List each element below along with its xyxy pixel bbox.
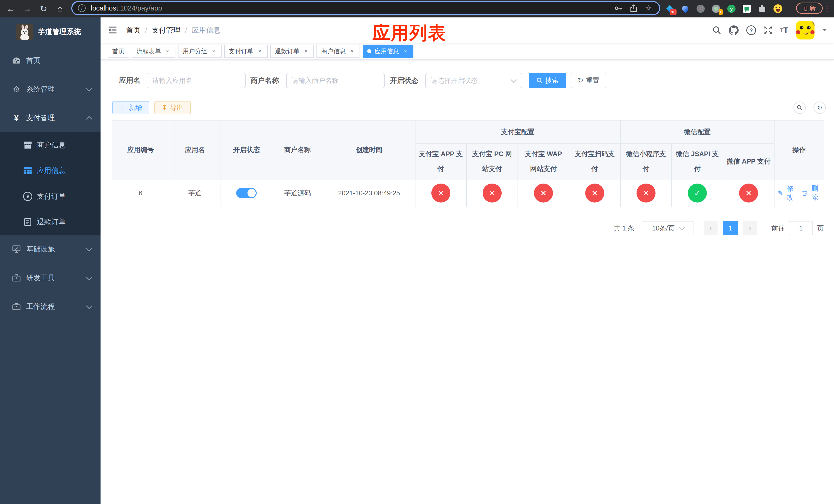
browser-forward-icon[interactable] [21,0,34,18]
share-icon[interactable] [630,4,637,12]
close-icon[interactable] [303,48,309,54]
avatar-caret-icon[interactable] [822,29,827,33]
sidebar-item-refund-order[interactable]: 退款订单 [0,209,101,235]
sidebar-item-label: 首页 [26,55,91,65]
page-size-select[interactable]: 10条/页 [643,221,694,235]
trash-icon [802,190,807,197]
extension-chat-icon[interactable] [743,5,751,13]
browser-menu-icon[interactable] [824,0,830,18]
status-cross-icon: ✕ [739,184,758,203]
reset-button[interactable]: 重置 [571,73,606,88]
tab-home[interactable]: 首页 [108,45,129,58]
browser-home-icon[interactable] [53,0,67,18]
status-select[interactable]: 请选择开启状态 [425,73,522,88]
search-icon [536,77,543,84]
close-icon[interactable] [164,48,171,54]
col-group-wechat: 微信配置 [620,120,774,143]
prev-page-button[interactable] [704,221,718,235]
sidebar-item-system[interactable]: 系统管理 [0,75,101,104]
status-label: 开启状态 [390,73,419,88]
tab-pay-order[interactable]: 支付订单 [224,45,268,58]
browser-back-icon[interactable] [4,0,18,18]
app-name-label: 应用名 [119,73,140,88]
tab-app-info[interactable]: 应用信息 [363,45,413,58]
tab-refund-order[interactable]: 退款订单 [270,45,314,58]
tab-merchant-info[interactable]: 商户信息 [316,45,360,58]
status-cross-icon: ✕ [637,184,656,203]
plus-icon [119,103,126,112]
sidebar-collapse-icon[interactable] [108,25,117,37]
show-search-toggle-button[interactable] [793,101,806,114]
search-icon [797,105,803,111]
col-header-alipay-pc: 支付宝 PC 网站支付 [466,143,518,179]
tab-user-group[interactable]: 用户分组 [178,45,222,58]
edit-button[interactable]: 修改 [777,184,796,202]
sidebar-item-dev-tools[interactable]: 研发工具 [0,264,101,292]
gear-icon [11,84,22,94]
chevron-down-icon [86,85,92,92]
sidebar-item-merchant-info[interactable]: 商户信息 [0,132,101,158]
app-table: 应用编号 应用名 开启状态 商户名称 创建时间 支付宝配置 微信配置 操作 支付… [112,120,824,207]
chevron-down-icon [511,77,517,83]
user-avatar[interactable] [796,21,814,40]
extension-command-icon[interactable] [697,5,705,13]
sidebar-item-workflow[interactable]: 工作流程 [0,292,101,321]
refresh-table-button[interactable] [813,101,826,114]
next-page-button[interactable] [743,221,757,235]
breadcrumb-home[interactable]: 首页 [126,25,140,35]
extension-badge: 1 [719,9,723,15]
status-toggle[interactable] [236,188,257,198]
sidebar-item-app-info[interactable]: 应用信息 [0,158,101,184]
address-bar[interactable]: localhost:1024/pay/app [71,1,660,15]
extension-recorder-icon[interactable]: 1 [712,5,720,13]
page-number-1[interactable]: 1 [723,221,738,235]
close-icon[interactable] [257,48,263,54]
col-header-alipay-qr: 支付宝扫码支付 [569,143,620,179]
browser-reload-icon[interactable] [37,0,50,18]
bookmark-star-icon[interactable] [645,4,652,12]
storefront-icon [23,141,33,149]
extension-y-icon[interactable]: y [727,5,736,13]
sidebar-item-infrastructure[interactable]: 基础设施 [0,235,101,264]
chrome-update-button[interactable]: 更新 [796,3,823,14]
sidebar-item-home[interactable]: 首页 [0,46,101,75]
sidebar-item-pay-order[interactable]: 支付订单 [0,184,101,209]
sidebar-item-label: 研发工具 [26,273,87,283]
app-logo-row[interactable]: 芋道管理系统 [0,18,101,46]
fullscreen-icon[interactable] [764,26,772,35]
help-icon[interactable] [746,25,756,35]
tab-process-form[interactable]: 流程表单 [132,45,175,58]
extension-balloon-icon[interactable] [681,5,689,13]
close-icon[interactable] [402,48,409,54]
app-name-input[interactable] [147,73,246,88]
sidebar-item-label: 基础设施 [26,244,87,254]
breadcrumb-separator: / [145,26,147,35]
delete-button[interactable]: 删除 [802,184,821,202]
extensions-puzzle-icon[interactable] [758,5,766,13]
password-key-icon[interactable] [614,4,622,12]
breadcrumb: 首页 / 支付管理 / 应用信息 [126,18,225,43]
profile-avatar-icon[interactable] [773,4,782,13]
extension-diamond-icon[interactable]: 10 [666,5,674,13]
close-icon[interactable] [349,48,355,54]
chevron-up-icon [86,116,92,122]
close-icon[interactable] [210,48,217,54]
add-button[interactable]: 新增 [112,101,149,114]
merchant-name-input[interactable] [286,73,385,88]
search-button[interactable]: 搜索 [529,73,566,88]
sidebar-item-payment[interactable]: 支付管理 [0,104,101,132]
pagination: 共 1 条 10条/页 1 前往 页 [614,221,824,236]
col-header-alipay-wap: 支付宝 WAP 网站支付 [518,143,569,179]
briefcase-icon [11,274,22,282]
site-info-icon[interactable] [78,4,86,12]
github-icon[interactable] [729,25,739,35]
sidebar-item-label: 商户信息 [37,140,66,150]
goto-page-input[interactable] [789,221,813,235]
document-icon [23,218,33,226]
status-cross-icon: ✕ [483,184,502,203]
status-check-icon: ✓ [688,184,707,203]
breadcrumb-payment[interactable]: 支付管理 [152,25,180,35]
export-button[interactable]: 导出 [154,101,191,114]
search-icon[interactable] [712,26,721,35]
font-size-icon[interactable]: TT [780,26,788,35]
